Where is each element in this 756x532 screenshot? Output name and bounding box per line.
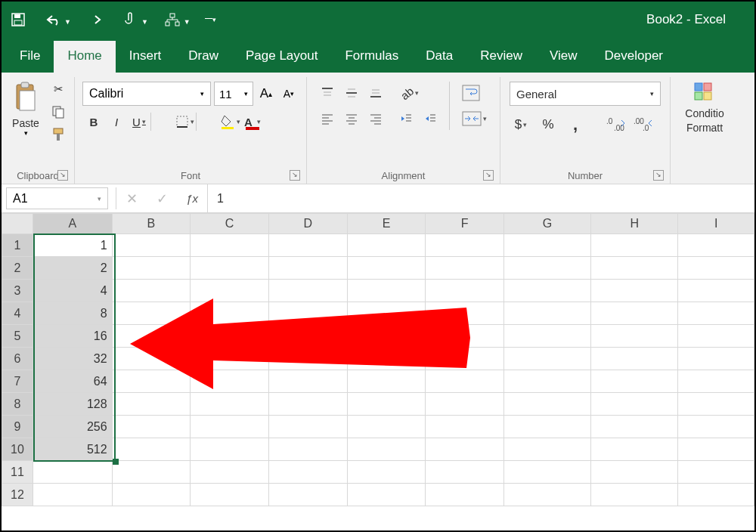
cell[interactable] <box>191 461 269 484</box>
cell[interactable] <box>426 234 504 257</box>
cell[interactable] <box>112 280 191 302</box>
alignment-launcher-icon[interactable]: ↘ <box>483 170 494 181</box>
cell[interactable] <box>268 325 347 348</box>
cell[interactable] <box>503 257 590 280</box>
cell[interactable] <box>426 280 504 302</box>
cell[interactable] <box>112 484 191 506</box>
cell[interactable] <box>678 370 754 393</box>
cell[interactable] <box>112 348 191 370</box>
row-header-10[interactable]: 10 <box>2 438 33 461</box>
cell[interactable] <box>347 234 426 257</box>
paste-dropdown-icon[interactable]: ▾ <box>6 129 45 137</box>
cell[interactable] <box>112 302 191 325</box>
col-header-F[interactable]: F <box>426 214 504 234</box>
cell[interactable] <box>112 416 191 438</box>
cell[interactable] <box>191 280 269 302</box>
cell[interactable] <box>191 302 269 325</box>
cell[interactable] <box>268 257 347 280</box>
cell[interactable]: 2 <box>33 257 112 280</box>
cell[interactable]: 256 <box>33 416 112 438</box>
cell[interactable] <box>347 393 426 416</box>
cell[interactable] <box>678 438 754 461</box>
cell[interactable] <box>347 348 426 370</box>
number-format-selector[interactable]: General ▾ <box>510 82 661 106</box>
cell[interactable] <box>191 234 269 257</box>
tab-file[interactable]: File <box>6 41 54 73</box>
cell[interactable] <box>268 461 347 484</box>
cell[interactable]: 128 <box>33 393 112 416</box>
cell[interactable] <box>591 325 678 348</box>
underline-button[interactable]: U ▾ <box>128 110 150 133</box>
cell[interactable] <box>112 257 191 280</box>
cell[interactable] <box>426 348 504 370</box>
cell[interactable] <box>678 234 754 257</box>
cell[interactable] <box>191 348 269 370</box>
cell[interactable] <box>112 370 191 393</box>
cell[interactable] <box>347 280 426 302</box>
col-header-E[interactable]: E <box>347 214 426 234</box>
cell[interactable] <box>591 234 678 257</box>
clipboard-launcher-icon[interactable]: ↘ <box>57 170 68 181</box>
cell[interactable] <box>112 438 191 461</box>
cell[interactable] <box>678 325 754 348</box>
fx-icon[interactable]: ƒx <box>177 184 207 212</box>
cell[interactable] <box>347 461 426 484</box>
cell[interactable] <box>191 257 269 280</box>
cell[interactable] <box>591 280 678 302</box>
formula-input[interactable]: 1 <box>207 184 754 212</box>
cell[interactable] <box>426 461 504 484</box>
col-header-G[interactable]: G <box>503 214 590 234</box>
cell[interactable] <box>426 370 504 393</box>
conditional-formatting-button[interactable]: Conditio Formatt <box>675 79 734 167</box>
cell[interactable] <box>591 393 678 416</box>
cell[interactable] <box>426 416 504 438</box>
cell[interactable] <box>347 484 426 506</box>
cell[interactable] <box>678 348 754 370</box>
currency-icon[interactable]: $ ▾ <box>510 113 532 136</box>
increase-font-icon[interactable]: A▴ <box>256 82 276 106</box>
cell[interactable] <box>347 302 426 325</box>
tab-insert[interactable]: Insert <box>116 41 175 73</box>
cell[interactable] <box>347 416 426 438</box>
cell[interactable] <box>503 416 590 438</box>
touch-dropdown-icon[interactable]: ▼ <box>141 18 148 26</box>
increase-decimal-icon[interactable]: .0.00 <box>605 113 627 136</box>
cell[interactable] <box>33 484 112 506</box>
increase-indent-icon[interactable] <box>419 107 442 130</box>
cell[interactable]: 512 <box>33 438 112 461</box>
cell[interactable] <box>678 393 754 416</box>
tab-home[interactable]: Home <box>54 41 115 73</box>
cell[interactable] <box>268 302 347 325</box>
row-header-2[interactable]: 2 <box>2 257 33 280</box>
align-middle-icon[interactable] <box>340 82 363 104</box>
cell[interactable] <box>191 370 269 393</box>
font-size-selector[interactable]: 11 ▾ <box>214 82 253 106</box>
redo-icon[interactable] <box>85 9 106 30</box>
tab-formulas[interactable]: Formulas <box>331 41 412 73</box>
col-header-I[interactable]: I <box>678 214 754 234</box>
percent-icon[interactable]: % <box>537 113 559 136</box>
cell[interactable]: 8 <box>33 302 112 325</box>
row-header-1[interactable]: 1 <box>2 234 33 257</box>
cell[interactable] <box>503 302 590 325</box>
touch-mode-icon[interactable] <box>119 9 141 30</box>
align-top-icon[interactable] <box>316 82 339 104</box>
cell[interactable] <box>426 438 504 461</box>
org-chart-icon[interactable] <box>162 9 183 30</box>
font-name-selector[interactable]: Calibri ▾ <box>82 82 211 106</box>
align-center-icon[interactable] <box>340 107 363 130</box>
cell[interactable] <box>426 484 504 506</box>
cell[interactable] <box>591 302 678 325</box>
cell[interactable] <box>678 302 754 325</box>
decrease-decimal-icon[interactable]: .00.0 <box>632 113 655 136</box>
merge-center-icon[interactable]: ▾ <box>457 107 491 130</box>
cell[interactable] <box>426 393 504 416</box>
paste-button[interactable]: Paste ▾ <box>6 79 45 167</box>
cell[interactable] <box>347 257 426 280</box>
cell[interactable] <box>268 416 347 438</box>
cell[interactable] <box>112 393 191 416</box>
align-left-icon[interactable] <box>316 107 339 130</box>
cell[interactable] <box>191 393 269 416</box>
cell[interactable] <box>591 416 678 438</box>
fill-color-icon[interactable]: ▾ <box>218 110 241 133</box>
